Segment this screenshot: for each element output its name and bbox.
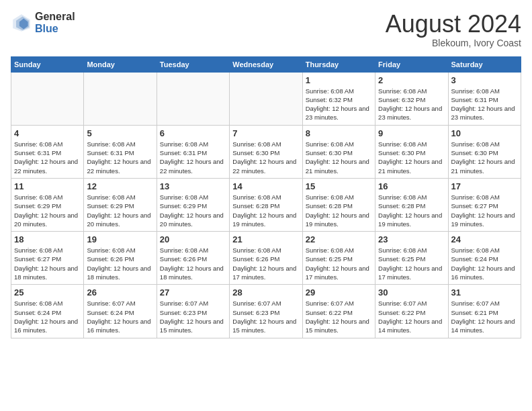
weekday-header-friday: Friday — [375, 56, 448, 72]
day-number: 31 — [451, 287, 518, 298]
week-row-5: 25Sunrise: 6:08 AM Sunset: 6:24 PM Dayli… — [11, 285, 521, 338]
day-number: 12 — [87, 181, 153, 191]
week-row-3: 11Sunrise: 6:08 AM Sunset: 6:29 PM Dayli… — [11, 178, 521, 231]
day-number: 15 — [306, 181, 372, 191]
calendar-cell: 15Sunrise: 6:08 AM Sunset: 6:28 PM Dayli… — [302, 178, 375, 231]
weekday-header-saturday: Saturday — [448, 56, 521, 72]
day-number: 13 — [160, 181, 226, 191]
calendar-cell: 4Sunrise: 6:08 AM Sunset: 6:31 PM Daylig… — [11, 125, 84, 178]
day-info: Sunrise: 6:08 AM Sunset: 6:27 PM Dayligh… — [14, 246, 81, 281]
day-info: Sunrise: 6:08 AM Sunset: 6:24 PM Dayligh… — [451, 246, 518, 281]
calendar-cell: 1Sunrise: 6:08 AM Sunset: 6:32 PM Daylig… — [302, 72, 375, 125]
calendar-cell — [84, 72, 157, 125]
day-number: 20 — [160, 234, 226, 244]
day-info: Sunrise: 6:08 AM Sunset: 6:28 PM Dayligh… — [306, 193, 372, 228]
calendar-cell: 2Sunrise: 6:08 AM Sunset: 6:32 PM Daylig… — [375, 72, 448, 125]
week-row-1: 1Sunrise: 6:08 AM Sunset: 6:32 PM Daylig… — [11, 72, 521, 125]
calendar-cell: 21Sunrise: 6:08 AM Sunset: 6:26 PM Dayli… — [230, 232, 302, 285]
day-info: Sunrise: 6:08 AM Sunset: 6:28 PM Dayligh… — [232, 193, 299, 228]
calendar-cell: 9Sunrise: 6:08 AM Sunset: 6:30 PM Daylig… — [375, 125, 448, 178]
calendar-cell: 22Sunrise: 6:08 AM Sunset: 6:25 PM Dayli… — [302, 232, 375, 285]
location: Blekoum, Ivory Coast — [386, 38, 521, 48]
calendar-cell: 8Sunrise: 6:08 AM Sunset: 6:30 PM Daylig… — [302, 125, 375, 178]
calendar-cell: 19Sunrise: 6:08 AM Sunset: 6:26 PM Dayli… — [84, 232, 157, 285]
day-number: 2 — [378, 75, 445, 85]
day-number: 25 — [14, 287, 81, 298]
logo-blue: Blue — [35, 23, 75, 35]
day-info: Sunrise: 6:08 AM Sunset: 6:29 PM Dayligh… — [87, 193, 153, 228]
calendar-cell: 28Sunrise: 6:07 AM Sunset: 6:23 PM Dayli… — [230, 285, 302, 338]
calendar-cell: 10Sunrise: 6:08 AM Sunset: 6:30 PM Dayli… — [448, 125, 521, 178]
day-number: 9 — [378, 128, 445, 138]
logo-icon — [11, 12, 32, 34]
calendar-cell: 25Sunrise: 6:08 AM Sunset: 6:24 PM Dayli… — [11, 285, 84, 338]
day-info: Sunrise: 6:07 AM Sunset: 6:22 PM Dayligh… — [378, 299, 445, 334]
day-info: Sunrise: 6:08 AM Sunset: 6:26 PM Dayligh… — [232, 246, 299, 281]
day-number: 27 — [160, 287, 226, 298]
calendar-cell — [157, 72, 229, 125]
calendar-cell: 31Sunrise: 6:07 AM Sunset: 6:21 PM Dayli… — [448, 285, 521, 338]
calendar-cell: 12Sunrise: 6:08 AM Sunset: 6:29 PM Dayli… — [84, 178, 157, 231]
day-number: 28 — [232, 287, 299, 298]
day-number: 26 — [87, 287, 153, 298]
day-info: Sunrise: 6:08 AM Sunset: 6:31 PM Dayligh… — [451, 87, 518, 122]
calendar-cell: 29Sunrise: 6:07 AM Sunset: 6:22 PM Dayli… — [302, 285, 375, 338]
day-number: 1 — [306, 75, 372, 85]
day-number: 6 — [160, 128, 226, 138]
day-info: Sunrise: 6:08 AM Sunset: 6:30 PM Dayligh… — [451, 140, 518, 175]
day-number: 18 — [14, 234, 81, 244]
calendar-cell: 18Sunrise: 6:08 AM Sunset: 6:27 PM Dayli… — [11, 232, 84, 285]
day-number: 21 — [232, 234, 299, 244]
logo-text: General Blue — [35, 11, 75, 34]
day-number: 11 — [14, 181, 81, 191]
day-number: 17 — [451, 181, 518, 191]
calendar-cell: 20Sunrise: 6:08 AM Sunset: 6:26 PM Dayli… — [157, 232, 229, 285]
week-row-2: 4Sunrise: 6:08 AM Sunset: 6:31 PM Daylig… — [11, 125, 521, 178]
calendar-cell: 13Sunrise: 6:08 AM Sunset: 6:29 PM Dayli… — [157, 178, 229, 231]
day-number: 8 — [306, 128, 372, 138]
day-info: Sunrise: 6:07 AM Sunset: 6:21 PM Dayligh… — [451, 299, 518, 334]
day-info: Sunrise: 6:08 AM Sunset: 6:29 PM Dayligh… — [160, 193, 226, 228]
day-info: Sunrise: 6:08 AM Sunset: 6:32 PM Dayligh… — [378, 87, 445, 122]
day-info: Sunrise: 6:07 AM Sunset: 6:22 PM Dayligh… — [306, 299, 372, 334]
calendar-cell: 5Sunrise: 6:08 AM Sunset: 6:31 PM Daylig… — [84, 125, 157, 178]
day-number: 10 — [451, 128, 518, 138]
day-number: 22 — [306, 234, 372, 244]
logo: General Blue — [11, 11, 75, 34]
day-info: Sunrise: 6:08 AM Sunset: 6:27 PM Dayligh… — [451, 193, 518, 228]
day-info: Sunrise: 6:08 AM Sunset: 6:31 PM Dayligh… — [14, 140, 81, 175]
calendar-cell: 16Sunrise: 6:08 AM Sunset: 6:28 PM Dayli… — [375, 178, 448, 231]
weekday-header-monday: Monday — [84, 56, 157, 72]
day-number: 29 — [306, 287, 372, 298]
calendar-cell — [230, 72, 302, 125]
day-number: 16 — [378, 181, 445, 191]
day-info: Sunrise: 6:08 AM Sunset: 6:26 PM Dayligh… — [87, 246, 153, 281]
day-number: 3 — [451, 75, 518, 85]
weekday-header-thursday: Thursday — [302, 56, 375, 72]
calendar-cell: 23Sunrise: 6:08 AM Sunset: 6:25 PM Dayli… — [375, 232, 448, 285]
calendar-cell: 6Sunrise: 6:08 AM Sunset: 6:31 PM Daylig… — [157, 125, 229, 178]
day-number: 24 — [451, 234, 518, 244]
logo-general: General — [35, 11, 75, 23]
day-info: Sunrise: 6:08 AM Sunset: 6:26 PM Dayligh… — [160, 246, 226, 281]
calendar-cell: 14Sunrise: 6:08 AM Sunset: 6:28 PM Dayli… — [230, 178, 302, 231]
calendar-cell: 11Sunrise: 6:08 AM Sunset: 6:29 PM Dayli… — [11, 178, 84, 231]
day-info: Sunrise: 6:08 AM Sunset: 6:31 PM Dayligh… — [87, 140, 153, 175]
title-block: August 2024 Blekoum, Ivory Coast — [386, 11, 521, 48]
calendar-cell — [11, 72, 84, 125]
day-info: Sunrise: 6:08 AM Sunset: 6:30 PM Dayligh… — [306, 140, 372, 175]
day-info: Sunrise: 6:08 AM Sunset: 6:30 PM Dayligh… — [378, 140, 445, 175]
calendar-cell: 3Sunrise: 6:08 AM Sunset: 6:31 PM Daylig… — [448, 72, 521, 125]
page-header: General Blue August 2024 Blekoum, Ivory … — [11, 11, 521, 48]
weekday-header-tuesday: Tuesday — [157, 56, 229, 72]
month-title: August 2024 — [386, 11, 521, 38]
day-info: Sunrise: 6:07 AM Sunset: 6:24 PM Dayligh… — [87, 299, 153, 334]
day-number: 14 — [232, 181, 299, 191]
day-info: Sunrise: 6:08 AM Sunset: 6:25 PM Dayligh… — [306, 246, 372, 281]
calendar-cell: 17Sunrise: 6:08 AM Sunset: 6:27 PM Dayli… — [448, 178, 521, 231]
weekday-header-sunday: Sunday — [11, 56, 84, 72]
day-info: Sunrise: 6:08 AM Sunset: 6:25 PM Dayligh… — [378, 246, 445, 281]
day-info: Sunrise: 6:08 AM Sunset: 6:29 PM Dayligh… — [14, 193, 81, 228]
calendar-cell: 26Sunrise: 6:07 AM Sunset: 6:24 PM Dayli… — [84, 285, 157, 338]
calendar-cell: 30Sunrise: 6:07 AM Sunset: 6:22 PM Dayli… — [375, 285, 448, 338]
